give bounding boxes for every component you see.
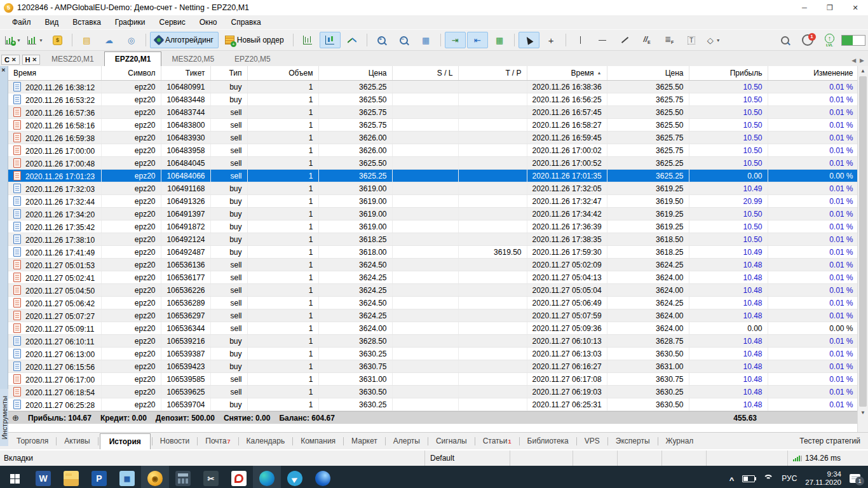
accounts-button[interactable]: $	[47, 32, 68, 48]
menu-item[interactable]: Сервис	[153, 15, 193, 29]
connection-status[interactable]: 134.26 ms	[787, 451, 868, 466]
cloud-button[interactable]: ☁	[98, 32, 119, 48]
candle-chart-mode-button[interactable]	[320, 32, 341, 48]
history-row[interactable]: 2020.11.26 17:01:23epz20106484066sell136…	[8, 170, 857, 182]
bottom-tab-item[interactable]: Статьи1	[477, 434, 518, 448]
history-row[interactable]: 2020.11.26 17:38:10epz20106492124buy1361…	[8, 233, 857, 246]
column-header[interactable]: Цена	[318, 66, 392, 81]
chart-tab[interactable]: EPZ20,M1	[104, 51, 162, 66]
chart-shift-button[interactable]: ⇥	[445, 32, 466, 48]
column-header[interactable]: Цена	[607, 66, 689, 81]
lvl-indicator[interactable]: ↑LVL	[819, 32, 840, 48]
menu-item[interactable]: Файл	[5, 15, 38, 29]
chart-tab[interactable]: MESZ20,M1	[41, 52, 104, 66]
history-row[interactable]: 2020.11.27 05:02:41epz20106536177sell136…	[8, 271, 857, 284]
wifi-icon[interactable]	[763, 475, 773, 482]
history-row[interactable]: 2020.11.27 06:18:54epz20106539625sell136…	[8, 386, 857, 398]
history-row[interactable]: 2020.11.27 05:06:42epz20106536289sell136…	[8, 297, 857, 309]
expand-icon[interactable]: ⊕	[12, 413, 19, 423]
history-row[interactable]: 2020.11.26 16:53:22epz20106483448buy1362…	[8, 93, 857, 106]
chart-template-button[interactable]: ▦	[489, 32, 510, 48]
bottom-tab-item[interactable]: Почта7	[199, 434, 236, 448]
language-indicator[interactable]: РУС	[782, 474, 797, 483]
history-center-button[interactable]: ▤	[76, 32, 97, 48]
history-row[interactable]: 2020.11.26 16:59:38epz20106483930sell136…	[8, 132, 857, 144]
column-header[interactable]: Тикет	[161, 66, 210, 81]
history-row[interactable]: 2020.11.26 17:32:44epz20106491326buy1361…	[8, 195, 857, 208]
new-order-button[interactable]: Новый ордер	[220, 32, 289, 48]
fibonacci-tool-button[interactable]: ≣F	[659, 32, 680, 48]
bottom-tab-item[interactable]: Маркет	[345, 434, 384, 448]
column-header[interactable]: Символ	[101, 66, 161, 81]
strategy-tester-link[interactable]: Тестер стратегий	[799, 437, 868, 445]
bottom-tab-item[interactable]: Сигналы	[430, 434, 473, 448]
bottom-tab-item[interactable]: Активы	[58, 434, 97, 448]
chart-tab[interactable]: EPZ20,M5	[224, 52, 281, 66]
history-row[interactable]: 2020.11.27 06:25:28epz20106539704buy1363…	[8, 398, 857, 411]
history-row[interactable]: 2020.11.26 17:34:20epz20106491397buy1361…	[8, 208, 857, 220]
chart-tab[interactable]: MESZ20,M5	[161, 52, 224, 66]
history-row[interactable]: 2020.11.27 05:07:27epz20106536297sell136…	[8, 309, 857, 322]
tab-scroll-arrows[interactable]: ◀▶	[851, 57, 868, 66]
bottom-tab-item[interactable]: Календарь	[240, 434, 292, 448]
vertical-scrollbar[interactable]: ▲ ▼	[857, 66, 868, 432]
history-row[interactable]: 2020.11.27 05:01:53epz20106536136sell136…	[8, 259, 857, 271]
menu-item[interactable]: Графики	[108, 15, 153, 29]
history-row[interactable]: 2020.11.26 16:38:12epz20106480991buy1362…	[8, 81, 857, 93]
taskbar-app-metatrader5[interactable]: ◉	[141, 466, 169, 488]
signals-button[interactable]: ◎	[121, 32, 142, 48]
equidistant-channel-button[interactable]: //E	[637, 32, 658, 48]
history-row[interactable]: 2020.11.27 06:17:00epz20106539585sell136…	[8, 373, 857, 386]
taskbar-app-file-explorer[interactable]	[57, 466, 85, 488]
history-row[interactable]: 2020.11.26 17:00:00epz20106483958sell136…	[8, 144, 857, 157]
history-row[interactable]: 2020.11.27 06:10:11epz20106539216buy1362…	[8, 335, 857, 348]
vertical-line-tool-button[interactable]	[570, 32, 591, 48]
bottom-tab-item[interactable]: VPS	[578, 434, 606, 448]
close-icon[interactable]: ✕	[32, 57, 37, 63]
history-row[interactable]: 2020.11.26 16:58:16epz20106483800sell136…	[8, 119, 857, 132]
text-tool-button[interactable]: T	[681, 32, 702, 48]
new-chart-button[interactable]: +▼	[3, 32, 24, 48]
notifications-button[interactable]: 1	[797, 32, 818, 48]
bottom-tab-item[interactable]: Эксперты	[609, 434, 656, 448]
column-header[interactable]: Изменение	[768, 66, 857, 81]
panel-close-icon[interactable]: ✕	[1, 67, 6, 73]
column-header[interactable]: Прибыль	[689, 66, 768, 81]
tray-chevron-icon[interactable]: ^	[729, 475, 735, 485]
column-header[interactable]: Время▲	[527, 66, 607, 81]
taskbar-app-calculator[interactable]	[169, 466, 197, 488]
trendline-tool-button[interactable]	[614, 32, 635, 48]
collapsed-panel-h[interactable]: H✕	[22, 55, 41, 65]
profiles-button[interactable]: ▼	[25, 32, 46, 48]
connection-toggle[interactable]	[841, 35, 865, 46]
search-button[interactable]	[775, 32, 796, 48]
taskbar-app-word[interactable]: W	[29, 466, 57, 488]
history-row[interactable]: 2020.11.27 06:13:00epz20106539387buy1363…	[8, 348, 857, 360]
auto-scroll-button[interactable]: ⇤	[467, 32, 488, 48]
taskbar-app-snipping-tool[interactable]: ✂	[197, 466, 225, 488]
zoom-out-button[interactable]: −	[393, 32, 414, 48]
maximize-button[interactable]: ❒	[817, 0, 843, 15]
scroll-up-icon[interactable]: ▲	[860, 66, 865, 75]
menu-item[interactable]: Справка	[224, 15, 268, 29]
tools-sidebar-tab[interactable]: Инструменты	[0, 389, 8, 446]
taskbar-app-p-app[interactable]: P	[85, 466, 113, 488]
minimize-button[interactable]: ─	[792, 0, 817, 15]
line-chart-mode-button[interactable]	[342, 32, 363, 48]
column-header[interactable]: Время	[8, 66, 101, 81]
menu-item[interactable]: Вид	[38, 15, 66, 29]
taskbar-app-report-app[interactable]: ▦	[113, 466, 141, 488]
history-row[interactable]: 2020.11.27 05:09:11epz20106536344sell136…	[8, 322, 857, 335]
cursor-tool-button[interactable]	[519, 32, 539, 48]
bottom-tab-item[interactable]: Библиотека	[521, 434, 575, 448]
menu-item[interactable]: Вставка	[65, 15, 108, 29]
action-center-icon[interactable]: 1	[850, 474, 860, 483]
history-row[interactable]: 2020.11.26 17:00:48epz20106484045sell136…	[8, 157, 857, 170]
bottom-tab-item[interactable]: Компания	[294, 434, 342, 448]
history-row[interactable]: 2020.11.26 17:35:42epz20106491872buy1361…	[8, 220, 857, 233]
taskbar-app-telegram[interactable]: ▶	[281, 466, 309, 488]
start-button[interactable]	[0, 466, 29, 488]
bottom-tab-item[interactable]: Журнал	[660, 434, 700, 448]
history-row[interactable]: 2020.11.27 05:04:50epz20106536226sell136…	[8, 284, 857, 297]
history-row[interactable]: 2020.11.26 17:41:49epz20106492487buy1361…	[8, 246, 857, 259]
